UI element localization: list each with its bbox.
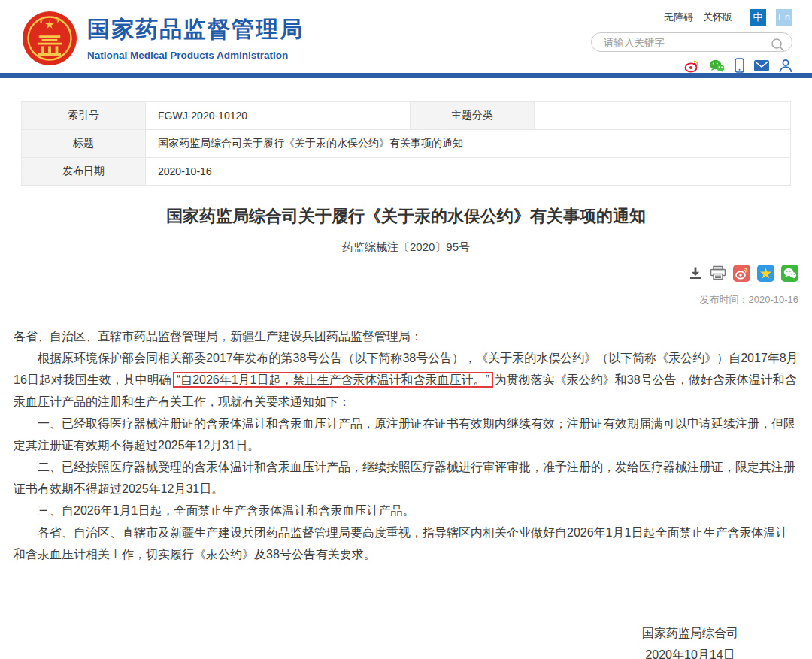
lang-en-button[interactable]: En <box>776 9 792 26</box>
header-divider-bar <box>0 73 812 78</box>
index-number-label: 索引号 <box>22 102 146 130</box>
signature-date: 2020年10月14日 <box>645 644 735 659</box>
top-links: 无障碍 关怀版 中 En <box>664 9 792 26</box>
brand-titles: 国家药品监督管理局 National Medical Products Admi… <box>87 14 304 61</box>
site-title: 国家药品监督管理局 <box>87 14 304 45</box>
search-input[interactable] <box>592 33 792 51</box>
item-3: 三、自2026年1月1日起，全面禁止生产含汞体温计和含汞血压计产品。 <box>14 500 798 521</box>
salutation: 各省、自治区、直辖市药品监督管理局，新疆生产建设兵团药品监督管理局： <box>14 325 798 347</box>
article-toolbar <box>14 264 798 282</box>
site-header: 国家药品监督管理局 National Medical Products Admi… <box>0 0 812 73</box>
publish-date-label: 发布日期 <box>22 158 146 186</box>
document-number: 药监综械注〔2020〕95号 <box>14 240 798 255</box>
subject-category-label: 主题分类 <box>411 102 535 130</box>
print-icon[interactable] <box>710 265 726 280</box>
brand-area: 国家药品监督管理局 National Medical Products Admi… <box>21 6 304 73</box>
accessibility-link[interactable]: 无障碍 <box>664 11 693 24</box>
item-1: 一、已经取得医疗器械注册证的含汞体温计和含汞血压计产品，原注册证在证书有效期内继… <box>14 413 798 456</box>
share-qzone-icon[interactable] <box>757 265 774 282</box>
intro-paragraph: 根据原环境保护部会同相关部委2017年发布的第38号公告（以下简称38号公告），… <box>14 347 798 413</box>
mail-icon[interactable] <box>754 60 769 71</box>
wechat-icon[interactable] <box>709 59 725 73</box>
lang-zh-button[interactable]: 中 <box>750 9 766 26</box>
item-2: 二、已经按照医疗器械受理的含汞体温计和含汞血压计产品，继续按照医疗器械进行审评审… <box>14 456 798 500</box>
table-row: 标题 国家药监局综合司关于履行《关于汞的水俣公约》有关事项的通知 <box>22 130 791 158</box>
article: 国家药监局综合司关于履行《关于汞的水俣公约》有关事项的通知 药监综械注〔2020… <box>0 205 812 565</box>
title-value: 国家药监局综合司关于履行《关于汞的水俣公约》有关事项的通知 <box>146 130 791 158</box>
care-version-link[interactable]: 关怀版 <box>703 11 732 24</box>
share-weibo-icon[interactable] <box>733 265 750 282</box>
mobile-icon[interactable] <box>735 58 744 73</box>
header-utilities: 无障碍 关怀版 中 En <box>591 6 792 73</box>
document-body: 各省、自治区、直辖市药品监督管理局，新疆生产建设兵团药品监督管理局： 根据原环境… <box>14 325 798 565</box>
index-number-value: FGWJ-2020-10120 <box>146 102 411 130</box>
download-icon[interactable] <box>688 265 703 280</box>
search-icon[interactable] <box>771 38 785 55</box>
document-info-table: 索引号 FGWJ-2020-10120 主题分类 标题 国家药监局综合司关于履行… <box>21 101 791 186</box>
closing-paragraph: 各省、自治区、直辖市及新疆生产建设兵团药品监督管理局要高度重视，指导辖区内相关企… <box>14 521 798 565</box>
publish-time-value: 2020-10-16 <box>749 294 799 305</box>
divider <box>14 286 798 286</box>
publish-time-label: 发布时间： <box>700 294 749 305</box>
site-subtitle: National Medical Products Administration <box>87 50 304 61</box>
social-links <box>684 58 792 73</box>
national-emblem-logo <box>21 10 78 70</box>
publish-time: 发布时间：2020-10-16 <box>14 293 798 307</box>
subject-category-value <box>535 102 791 130</box>
title-label: 标题 <box>22 130 146 158</box>
table-row: 索引号 FGWJ-2020-10120 主题分类 <box>22 102 791 130</box>
page-title: 国家药监局综合司关于履行《关于汞的水俣公约》有关事项的通知 <box>44 205 768 228</box>
weibo-icon[interactable] <box>684 59 699 73</box>
table-row: 发布日期 2020-10-16 <box>22 158 791 186</box>
publish-date-value: 2020-10-16 <box>146 158 791 186</box>
search-box <box>591 32 792 52</box>
share-wechat-icon[interactable] <box>781 265 798 282</box>
user-icon[interactable] <box>779 59 792 73</box>
highlighted-text: “自2026年1月1日起，禁止生产含汞体温计和含汞血压计。” <box>173 372 493 388</box>
signature-org: 国家药监局综合司 <box>642 622 738 644</box>
signature-block: 国家药监局综合司 2020年10月14日 <box>642 622 738 659</box>
